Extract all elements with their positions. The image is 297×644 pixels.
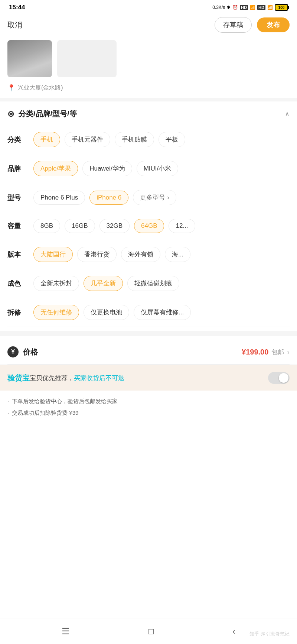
nav-back-icon[interactable]: ‹ — [232, 626, 235, 637]
attr-tags-condition: 全新未拆封 几乎全新 轻微磕碰划痕 — [33, 276, 179, 291]
tag-16gb[interactable]: 16GB — [65, 219, 95, 233]
tag-apple[interactable]: Apple/苹果 — [33, 161, 78, 176]
footer-item-1: · 下单后发给验货中心，验货后包邮发给买家 — [7, 398, 290, 405]
status-bar: 15:44 0.3K/s ✱ ⏰ HD 📶 HD 📶 100 — [0, 0, 297, 13]
battery-icon: 100 — [275, 4, 288, 11]
tag-iphone6[interactable]: iPhone 6 — [89, 191, 128, 205]
yanhuobao-link[interactable]: 买家收货后不可退 — [74, 374, 124, 382]
footer-dot-1: · — [7, 398, 9, 404]
attr-row-repair: 拆修 无任何维修 仅更换电池 仅屏幕有维修... — [7, 298, 290, 327]
tag-like-new[interactable]: 几乎全新 — [84, 276, 123, 291]
attr-label-condition: 成色 — [7, 279, 33, 288]
tag-128gb[interactable]: 12... — [169, 219, 195, 233]
tag-overseas-locked[interactable]: 海外有锁 — [121, 247, 160, 262]
attr-row-category: 分类 手机 手机元器件 手机贴膜 平板 — [7, 125, 290, 154]
toggle-knob — [279, 373, 288, 383]
tag-huawei[interactable]: Huawei/华为 — [82, 161, 132, 176]
attr-label-brand: 品牌 — [7, 164, 33, 173]
postage-label: 包邮 — [271, 348, 284, 356]
nav-menu-icon[interactable]: ☰ — [62, 626, 70, 637]
hd-icon1: HD — [240, 5, 248, 10]
tag-brand-new[interactable]: 全新未拆封 — [33, 276, 79, 291]
location-icon: 📍 — [7, 84, 15, 92]
tag-hk[interactable]: 香港行货 — [77, 247, 117, 262]
tag-no-repair[interactable]: 无任何维修 — [33, 305, 79, 320]
price-icon: ¥ — [7, 346, 19, 357]
tag-light-scratch[interactable]: 轻微磕碰划痕 — [127, 276, 179, 291]
alarm-icon: ⏰ — [232, 5, 238, 10]
attr-tags-category: 手机 手机元器件 手机贴膜 平板 — [33, 132, 185, 147]
cancel-button[interactable]: 取消 — [7, 20, 22, 30]
price-right: ¥199.00 包邮 › — [242, 348, 290, 356]
signal-4g-icon2: 📶 — [267, 5, 273, 10]
tag-32gb[interactable]: 32GB — [99, 219, 130, 233]
location-text: 兴业大厦(金水路) — [17, 84, 63, 92]
category-icon: ⊜ — [7, 109, 14, 119]
attr-row-condition: 成色 全新未拆封 几乎全新 轻微磕碰划痕 — [7, 269, 290, 298]
section-header[interactable]: ⊜ 分类/品牌/型号/等 ∧ — [7, 101, 290, 125]
tag-phone6plus[interactable]: Phone 6 Plus — [33, 191, 85, 205]
brand-watermark: 知乎 @引流哥笔记 — [249, 631, 290, 637]
section-title: ⊜ 分类/品牌/型号/等 — [7, 109, 77, 119]
yanhuobao-section: 验货宝 宝贝优先推荐， 买家收货后不可退 — [0, 365, 297, 391]
signal-4g-icon1: 📶 — [250, 5, 255, 10]
footer-text-2: 交易成功后扣除验货费 ¥39 — [12, 410, 78, 417]
yanhuobao-left: 验货宝 宝贝优先推荐， 买家收货后不可退 — [7, 373, 124, 383]
bottom-spacer — [0, 428, 297, 458]
attr-tags-model: Phone 6 Plus iPhone 6 更多型号 › — [33, 190, 176, 205]
divider2 — [0, 331, 297, 336]
collapse-icon[interactable]: ∧ — [285, 110, 290, 118]
attr-label-storage: 容量 — [7, 221, 33, 230]
image-thumbnail-1[interactable] — [7, 40, 52, 77]
yanhuobao-toggle[interactable] — [268, 372, 290, 384]
footer-dot-2: · — [7, 410, 9, 416]
yanhuobao-brand: 验货宝 — [7, 373, 30, 383]
publish-button[interactable]: 发布 — [257, 17, 290, 32]
price-left: ¥ 价格 — [7, 346, 38, 357]
price-label: 价格 — [23, 347, 38, 357]
attr-label-version: 版本 — [7, 250, 33, 259]
footer-info: · 下单后发给验货中心，验货后包邮发给买家 · 交易成功后扣除验货费 ¥39 — [0, 391, 297, 428]
category-section: ⊜ 分类/品牌/型号/等 ∧ 分类 手机 手机元器件 手机贴膜 平板 品牌 Ap… — [0, 101, 297, 327]
attr-row-model: 型号 Phone 6 Plus iPhone 6 更多型号 › — [7, 183, 290, 212]
tag-more-models[interactable]: 更多型号 › — [133, 190, 176, 205]
image-row — [0, 36, 297, 82]
bottom-nav: ☰ □ ‹ 知乎 @引流哥笔记 — [0, 618, 297, 644]
price-header[interactable]: ¥ 价格 ¥199.00 包邮 › — [7, 340, 290, 365]
attr-tags-version: 大陆国行 香港行货 海外有锁 海... — [33, 247, 190, 262]
draft-button[interactable]: 存草稿 — [215, 17, 252, 33]
attr-row-version: 版本 大陆国行 香港行货 海外有锁 海... — [7, 240, 290, 269]
nav-home-icon[interactable]: □ — [148, 626, 154, 637]
tag-screen-repair[interactable]: 仅屏幕有维修... — [134, 305, 191, 320]
status-time: 15:44 — [9, 4, 25, 11]
network-speed: 0.3K/s — [212, 5, 225, 10]
tag-overseas-more[interactable]: 海... — [165, 247, 190, 262]
footer-text-1: 下单后发给验货中心，验货后包邮发给买家 — [12, 398, 118, 405]
price-value: ¥199.00 — [242, 348, 268, 356]
yanhuobao-desc: 宝贝优先推荐， — [30, 374, 74, 382]
tag-film[interactable]: 手机贴膜 — [115, 132, 154, 147]
attr-label-repair: 拆修 — [7, 308, 33, 317]
tag-64gb[interactable]: 64GB — [134, 219, 164, 233]
price-icon-label: ¥ — [11, 348, 14, 356]
attr-label-model: 型号 — [7, 193, 33, 202]
tag-components[interactable]: 手机元器件 — [65, 132, 110, 147]
nav-right: 存草稿 发布 — [215, 17, 290, 33]
bluetooth-icon: ✱ — [227, 5, 231, 10]
tag-battery-replaced[interactable]: 仅更换电池 — [84, 305, 129, 320]
price-section: ¥ 价格 ¥199.00 包邮 › — [0, 340, 297, 365]
attr-label-category: 分类 — [7, 135, 33, 144]
top-nav: 取消 存草稿 发布 — [0, 13, 297, 36]
tag-mainland[interactable]: 大陆国行 — [33, 247, 73, 262]
location-row[interactable]: 📍 兴业大厦(金水路) — [0, 82, 297, 98]
image-placeholder[interactable] — [57, 40, 117, 77]
attr-row-storage: 容量 8GB 16GB 32GB 64GB 12... — [7, 212, 290, 240]
hd-icon2: HD — [257, 5, 265, 10]
tag-mobile[interactable]: 手机 — [33, 132, 60, 147]
status-icons: 0.3K/s ✱ ⏰ HD 📶 HD 📶 100 — [212, 4, 288, 11]
tag-8gb[interactable]: 8GB — [33, 219, 60, 233]
tag-tablet[interactable]: 平板 — [159, 132, 185, 147]
tag-miui[interactable]: MIUI/小米 — [137, 161, 179, 176]
section-divider — [0, 98, 297, 101]
attr-tags-repair: 无任何维修 仅更换电池 仅屏幕有维修... — [33, 305, 191, 320]
